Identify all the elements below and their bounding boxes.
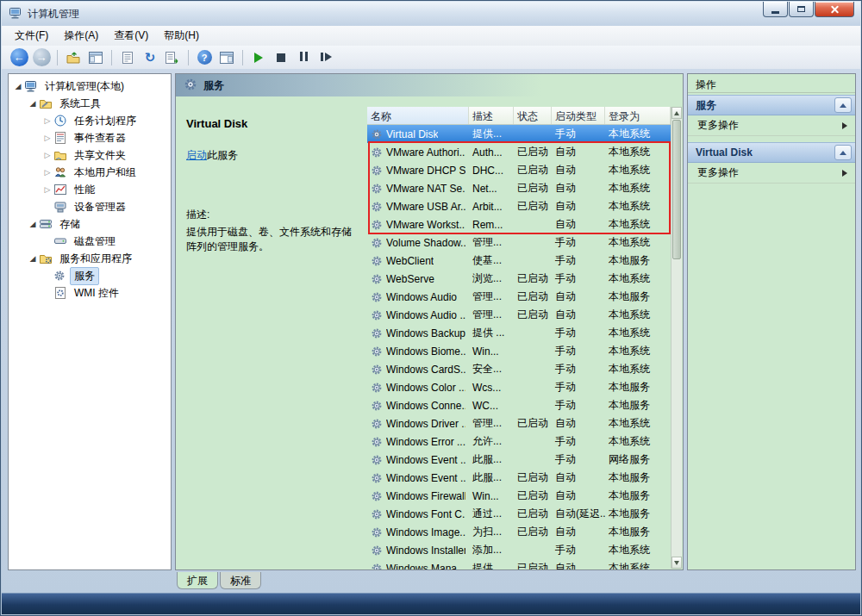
table-row[interactable]: VMware USB Ar...Arbit...已启动自动本地系统 xyxy=(367,197,671,215)
table-row[interactable]: Volume Shadow...管理...手动本地系统 xyxy=(367,233,671,252)
tree-item-8[interactable]: ◢存储 xyxy=(9,215,171,233)
service-name: Windows Event ... xyxy=(386,454,465,466)
service-name: VMware NAT Se... xyxy=(386,183,465,195)
scroll-thumb[interactable] xyxy=(672,120,681,259)
tree-expander-icon[interactable]: ◢ xyxy=(27,221,39,228)
table-row[interactable]: Windows Driver ...管理...已启动自动本地系统 xyxy=(367,414,671,432)
table-row[interactable]: Windows Font C...通过...已启动自动(延迟...本地服务 xyxy=(367,505,671,523)
tree-item-11[interactable]: 服务 xyxy=(9,267,171,284)
vertical-scrollbar[interactable] xyxy=(671,107,682,569)
tree-item-1[interactable]: ◢系统工具 xyxy=(9,95,171,112)
tree-expander-icon[interactable]: ▷ xyxy=(41,134,53,142)
maximize-button[interactable] xyxy=(789,2,814,17)
more-actions-item[interactable]: 更多操作 xyxy=(688,163,855,184)
tree-item-12[interactable]: WMI 控件 xyxy=(9,284,171,302)
table-row[interactable]: Windows CardS...安全...手动本地系统 xyxy=(367,360,671,378)
tree-expander-icon[interactable]: ▷ xyxy=(41,117,53,125)
column-header-0[interactable]: 名称 xyxy=(367,107,469,124)
tab-extended[interactable]: 扩展 xyxy=(177,572,218,589)
tree-expander-icon[interactable]: ◢ xyxy=(12,83,24,90)
stop-service-button[interactable] xyxy=(271,47,291,67)
tree-item-3[interactable]: ▷事件查看器 xyxy=(9,129,171,146)
tree-expander-icon[interactable]: ◢ xyxy=(27,255,39,263)
help-button[interactable]: ? xyxy=(194,47,215,67)
tree-expander-icon[interactable]: ▷ xyxy=(41,169,53,177)
performance-icon xyxy=(53,183,70,196)
table-row[interactable]: VMware NAT Se...Net...已启动自动本地系统 xyxy=(367,179,671,197)
table-row[interactable]: Windows Color ...Wcs...手动本地服务 xyxy=(367,378,671,396)
service-logon: 本地服务 xyxy=(605,525,671,539)
title-bar[interactable]: 计算机管理 xyxy=(2,2,860,26)
table-row[interactable]: WebServe浏览...已启动手动本地系统 xyxy=(367,270,671,288)
tree-item-2[interactable]: ▷任务计划程序 xyxy=(9,112,171,129)
scroll-down-button[interactable] xyxy=(671,557,682,569)
service-logon: 本地服务 xyxy=(605,289,671,304)
tree-item-9[interactable]: 磁盘管理 xyxy=(9,233,171,250)
export-list-button[interactable] xyxy=(162,47,183,67)
forward-button[interactable]: → xyxy=(31,47,52,67)
table-row[interactable]: Windows Audio ...管理...已启动自动本地系统 xyxy=(367,306,671,324)
tree-expander-icon[interactable]: ▷ xyxy=(41,186,53,194)
column-header-2[interactable]: 状态 xyxy=(514,107,552,124)
tree-item-7[interactable]: 设备管理器 xyxy=(9,198,171,215)
table-row[interactable]: WebClient使基...手动本地服务 xyxy=(367,252,671,270)
tree-item-4[interactable]: ▷共享文件夹 xyxy=(9,146,171,164)
table-row[interactable]: Windows Event ...此服...已启动自动本地服务 xyxy=(367,469,671,487)
service-name-cell: Windows Firewall xyxy=(367,490,469,502)
refresh-button[interactable]: ↻ xyxy=(140,47,160,67)
tree-item-0[interactable]: ◢计算机管理(本地) xyxy=(9,78,171,95)
column-header-1[interactable]: 描述 xyxy=(469,107,514,124)
table-row[interactable]: Windows Backup提供 ...手动本地系统 xyxy=(367,324,671,342)
minimize-button[interactable] xyxy=(763,2,788,17)
table-row[interactable]: Windows Installer添加...手动本地系统 xyxy=(367,541,671,559)
table-row[interactable]: Virtual Disk提供...手动本地系统 xyxy=(367,125,671,143)
pause-service-button[interactable] xyxy=(293,47,314,67)
close-button[interactable] xyxy=(815,2,854,17)
properties-button[interactable] xyxy=(117,47,138,67)
table-row[interactable]: Windows Mana...提供...已启动自动本地系统 xyxy=(367,559,671,569)
table-row[interactable]: Windows FirewallWin...已启动自动本地服务 xyxy=(367,487,671,505)
tree-item-6[interactable]: ▷性能 xyxy=(9,181,171,198)
service-logon: 本地系统 xyxy=(605,181,671,196)
actions-section-header[interactable]: 服务 xyxy=(688,95,855,115)
scroll-up-button[interactable] xyxy=(671,107,682,119)
menu-item-3[interactable]: 帮助(H) xyxy=(156,26,207,46)
table-row[interactable]: Windows Event ...此服...手动网络服务 xyxy=(367,451,671,469)
more-actions-item[interactable]: 更多操作 xyxy=(688,115,855,136)
table-row[interactable]: Windows Audio管理...已启动自动本地服务 xyxy=(367,288,671,306)
show-action-pane-button[interactable] xyxy=(216,47,237,67)
restart-service-button[interactable] xyxy=(315,47,336,67)
start-service-link[interactable]: 启动 xyxy=(186,149,207,161)
collapse-section-button[interactable] xyxy=(834,97,852,113)
menu-item-0[interactable]: 文件(F) xyxy=(7,26,56,46)
service-details: Virtual Disk 启动此服务 描述: 提供用于磁盘、卷、文件系统和存储阵… xyxy=(176,109,367,569)
column-header-3[interactable]: 启动类型 xyxy=(552,107,605,124)
table-row[interactable]: VMware Workst...Rem...自动本地系统 xyxy=(367,215,671,233)
collapse-section-button[interactable] xyxy=(834,145,852,160)
tab-standard[interactable]: 标准 xyxy=(220,572,261,589)
tree-expander-icon[interactable]: ▷ xyxy=(41,152,53,159)
table-row[interactable]: Windows Biome...Win...手动本地系统 xyxy=(367,342,671,360)
table-row[interactable]: Windows Error ...允许...手动本地系统 xyxy=(367,432,671,451)
service-name-cell: Windows Driver ... xyxy=(367,418,469,430)
actions-section-header[interactable]: Virtual Disk xyxy=(688,142,855,163)
service-logon: 本地系统 xyxy=(605,416,671,431)
back-button[interactable]: ← xyxy=(9,47,29,67)
menu-item-1[interactable]: 操作(A) xyxy=(56,26,106,46)
service-name: Windows Error ... xyxy=(386,436,465,448)
table-row[interactable]: Windows Conne...WC...手动本地服务 xyxy=(367,396,671,414)
tree-expander-icon[interactable]: ◢ xyxy=(27,100,39,108)
service-startup: 自动 xyxy=(552,217,605,232)
service-desc: Win... xyxy=(469,490,514,502)
table-row[interactable]: VMware DHCP S...DHC...已启动自动本地系统 xyxy=(367,161,671,179)
tree-item-10[interactable]: ◢服务和应用程序 xyxy=(9,250,171,267)
tree: ◢计算机管理(本地)◢系统工具▷任务计划程序▷事件查看器▷共享文件夹▷本地用户和… xyxy=(9,78,171,302)
table-row[interactable]: VMware Authori...Auth...已启动自动本地系统 xyxy=(367,143,671,161)
tree-item-5[interactable]: ▷本地用户和组 xyxy=(9,164,171,181)
table-row[interactable]: Windows Image...为扫...已启动自动本地服务 xyxy=(367,523,671,541)
column-header-4[interactable]: 登录为 xyxy=(605,107,671,124)
start-service-button[interactable] xyxy=(248,47,269,67)
show-console-tree-button[interactable] xyxy=(85,47,106,67)
up-level-button[interactable] xyxy=(63,47,84,67)
menu-item-2[interactable]: 查看(V) xyxy=(106,26,156,46)
